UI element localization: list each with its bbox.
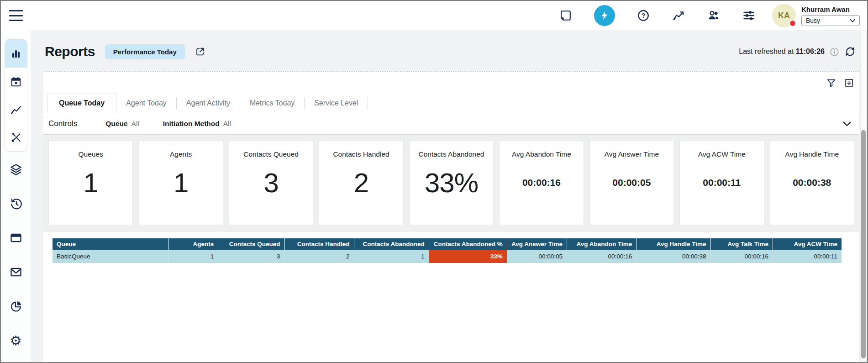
- sidebar-item-window[interactable]: [9, 231, 23, 245]
- table-cell: 00:00:38: [637, 250, 710, 263]
- top-bar: ? KA Khurram Awan Busy: [1, 1, 867, 30]
- agents-icon[interactable]: [707, 9, 721, 22]
- tab-service-level[interactable]: Service Level: [305, 94, 368, 113]
- metric-card-value: 3: [229, 167, 313, 199]
- settings-gear-icon: ⚙: [10, 334, 22, 347]
- user-meta: Khurram Awan Busy: [801, 5, 860, 26]
- metric-card-avg-handle-time[interactable]: Avg Handle Time00:00:38: [770, 140, 854, 225]
- pie-chart-icon: [10, 300, 22, 313]
- sidebar-item-analytics[interactable]: [5, 95, 27, 123]
- column-header[interactable]: Contacts Abandoned %: [429, 238, 507, 250]
- sidebar-item-schedule[interactable]: [5, 68, 27, 95]
- column-header[interactable]: Avg ACW Time: [773, 238, 842, 250]
- last-refreshed-label: Last refreshed at 11:06:26: [739, 47, 825, 56]
- avatar[interactable]: KA: [772, 4, 796, 27]
- design-brush-icon: [10, 132, 22, 143]
- metric-card-avg-abandon-time[interactable]: Avg Abandon Time00:00:16: [499, 140, 584, 225]
- table-header-row: QueueAgentsContacts QueuedContacts Handl…: [53, 238, 842, 250]
- quick-actions-lightning-icon[interactable]: [594, 5, 615, 26]
- column-header[interactable]: Avg Answer Time: [507, 238, 567, 250]
- controls-collapse-chevron-icon[interactable]: [843, 121, 851, 126]
- sidebar-item-mail[interactable]: [9, 265, 23, 279]
- column-header[interactable]: Queue: [53, 238, 168, 250]
- column-header[interactable]: Contacts Queued: [218, 238, 284, 250]
- sidebar-nav-group: [5, 39, 27, 152]
- page-header: Reports Performance Today Last refreshed…: [31, 30, 867, 71]
- column-header[interactable]: Contacts Handled: [284, 238, 354, 250]
- sidebar-item-pie[interactable]: [9, 300, 23, 313]
- top-bar-icon-group: ?: [559, 5, 756, 26]
- preferences-sliders-icon[interactable]: [742, 9, 756, 22]
- sidebar-item-reports[interactable]: [5, 40, 27, 68]
- refresh-icon[interactable]: [844, 46, 856, 58]
- table-cell: 00:00:11: [773, 250, 842, 263]
- filter-initiation-method[interactable]: Initiation MethodAll: [163, 120, 231, 128]
- queue-table-wrap: QueueAgentsContacts QueuedContacts Handl…: [43, 232, 859, 263]
- table-cell: 00:00:05: [507, 250, 567, 263]
- panel-actions: [43, 72, 859, 94]
- table-cell: 3: [218, 250, 284, 263]
- table-cell: 2: [284, 250, 354, 263]
- metric-card-avg-answer-time[interactable]: Avg Answer Time00:00:05: [589, 140, 674, 225]
- report-panel: Queue TodayAgent TodayAgent ActivityMetr…: [43, 71, 859, 362]
- status-select-value: Busy: [806, 17, 820, 24]
- metric-card-avg-acw-time[interactable]: Avg ACW Time00:00:11: [679, 140, 764, 225]
- download-icon[interactable]: [844, 78, 854, 88]
- main-content: Reports Performance Today Last refreshed…: [31, 30, 867, 362]
- table-cell: 00:00:16: [567, 250, 637, 263]
- metric-cards-band: Queues1Agents1Contacts Queued3Contacts H…: [43, 135, 859, 232]
- notepad-icon[interactable]: [559, 9, 573, 22]
- table-cell: 1: [354, 250, 429, 263]
- metric-card-contacts-queued[interactable]: Contacts Queued3: [229, 140, 313, 225]
- table-row[interactable]: BasicQueue132133%00:00:0500:00:1600:00:3…: [53, 250, 842, 263]
- sidebar-item-layers[interactable]: [9, 163, 23, 176]
- bar-chart-icon: [10, 48, 22, 60]
- open-external-icon[interactable]: [195, 47, 205, 57]
- help-icon[interactable]: ?: [637, 9, 650, 22]
- report-badge[interactable]: Performance Today: [105, 44, 185, 59]
- tab-divider: [368, 98, 368, 109]
- vertical-scrollbar-track[interactable]: [860, 30, 866, 361]
- sidebar-loose-group: ⚙: [9, 161, 23, 347]
- table-cell: 00:00:16: [710, 250, 773, 263]
- sidebar-item-design[interactable]: [5, 123, 27, 151]
- metrics-icon[interactable]: [672, 9, 685, 22]
- metric-card-queues[interactable]: Queues1: [48, 140, 133, 225]
- column-header[interactable]: Avg Abandon Time: [567, 238, 637, 250]
- filter-icon[interactable]: [826, 78, 836, 88]
- sidebar-item-settings[interactable]: ⚙: [9, 334, 23, 347]
- metric-card-agents[interactable]: Agents1: [138, 140, 223, 225]
- metric-card-value: 2: [319, 167, 403, 199]
- metric-card-value: 1: [139, 167, 222, 199]
- sidebar-item-history[interactable]: [9, 197, 23, 210]
- status-dot: [789, 20, 796, 27]
- filter-queue[interactable]: QueueAll: [105, 120, 139, 128]
- column-header[interactable]: Avg Talk Time: [710, 238, 773, 250]
- table-cell: 1: [168, 250, 218, 263]
- svg-text:?: ?: [642, 12, 646, 19]
- column-header[interactable]: Contacts Abandoned: [354, 238, 429, 250]
- app-shell: ⚙ Reports Performance Today Last refresh…: [1, 30, 867, 362]
- report-tabs: Queue TodayAgent TodayAgent ActivityMetr…: [43, 94, 859, 113]
- column-header[interactable]: Agents: [168, 238, 218, 250]
- tab-queue-today[interactable]: Queue Today: [47, 94, 116, 113]
- metric-card-value: 00:00:38: [770, 177, 854, 188]
- status-select[interactable]: Busy: [801, 15, 860, 26]
- layers-icon: [10, 163, 22, 176]
- metric-card-value: 33%: [410, 167, 493, 199]
- tab-agent-activity[interactable]: Agent Activity: [177, 94, 240, 113]
- info-icon[interactable]: [830, 47, 839, 57]
- user-block: KA Khurram Awan Busy: [772, 4, 860, 27]
- table-cell: BasicQueue: [53, 250, 168, 263]
- user-name: Khurram Awan: [801, 5, 860, 13]
- tab-metrics-today[interactable]: Metrics Today: [240, 94, 304, 113]
- metric-card-contacts-handled[interactable]: Contacts Handled2: [319, 140, 403, 225]
- table-cell: 33%: [429, 250, 507, 263]
- vertical-scrollbar-thumb[interactable]: [861, 130, 866, 358]
- column-header[interactable]: Avg Handle Time: [637, 238, 710, 250]
- controls-bar: Controls QueueAllInitiation MethodAll: [43, 113, 859, 135]
- metric-card-contacts-abandoned[interactable]: Contacts Abandoned33%: [409, 140, 494, 225]
- menu-hamburger-icon[interactable]: [9, 10, 23, 21]
- last-refreshed-time: 11:06:26: [796, 47, 825, 55]
- tab-agent-today[interactable]: Agent Today: [116, 94, 176, 113]
